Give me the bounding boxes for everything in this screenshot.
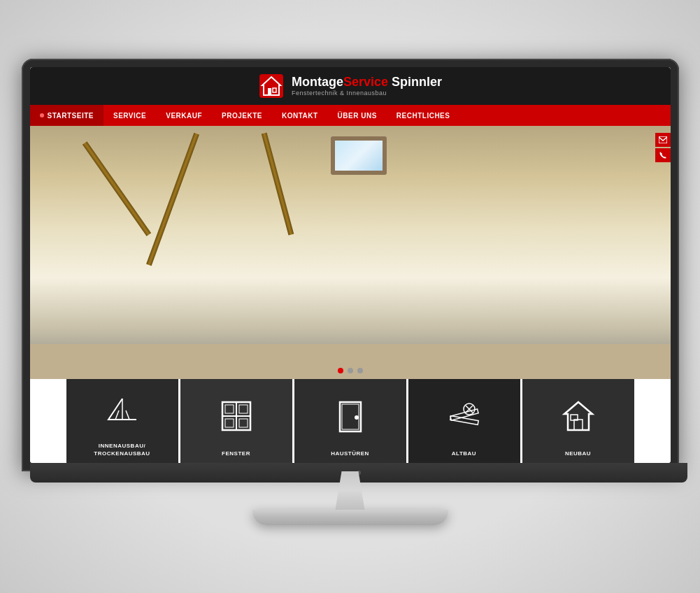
window-grid-icon xyxy=(219,399,254,434)
nav-projekte[interactable]: PROJEKTE xyxy=(212,105,272,126)
door-icon xyxy=(333,399,368,434)
category-neubau[interactable]: NEUBAU xyxy=(522,379,634,463)
construction-icon xyxy=(447,399,482,434)
logo: MontageService Spinnler Fenstertechnik &… xyxy=(258,73,442,99)
room-floor xyxy=(30,344,671,379)
svg-rect-11 xyxy=(225,405,234,413)
logo-subtitle: Fenstertechnik & Innenausbau xyxy=(292,90,442,97)
house-icon xyxy=(561,399,596,434)
haustueren-icon-area xyxy=(297,385,403,448)
innenausbau-icon-area xyxy=(69,385,176,440)
nav-dot xyxy=(40,113,44,117)
logo-icon xyxy=(258,73,285,99)
nav-service[interactable]: SERVICE xyxy=(103,105,156,126)
hero-section xyxy=(30,126,671,379)
svg-rect-14 xyxy=(239,419,248,427)
innenausbau-label: INNENAUSBAU/TROCKENAUSBAU xyxy=(94,443,150,457)
svg-line-7 xyxy=(126,410,129,420)
slide-dot-2[interactable] xyxy=(348,368,353,373)
neubau-label: NEUBAU xyxy=(565,450,591,457)
logo-montage: Montage xyxy=(292,75,343,89)
slide-dots xyxy=(338,368,363,373)
svg-rect-4 xyxy=(659,136,667,143)
fenster-label: FENSTER xyxy=(222,450,250,457)
nav-startseite[interactable]: STARTSEITE xyxy=(30,105,103,126)
slide-dot-1[interactable] xyxy=(338,368,343,373)
altbau-icon-area xyxy=(411,385,517,448)
category-altbau[interactable]: ALTBAU xyxy=(408,379,520,463)
phone-icon-button[interactable] xyxy=(655,148,671,162)
monitor-screen: MontageService Spinnler Fenstertechnik &… xyxy=(30,67,671,463)
fenster-icon-area xyxy=(183,385,290,448)
site-navigation: STARTSEITE SERVICE VERKAUF PROJEKTE KONT xyxy=(30,105,671,126)
svg-rect-12 xyxy=(239,405,248,413)
svg-line-6 xyxy=(115,410,119,420)
nav-rechtliches[interactable]: RECHTLICHES xyxy=(387,105,460,126)
skylight-window xyxy=(331,136,387,175)
nav-ueber-uns[interactable]: ÜBER UNS xyxy=(328,105,387,126)
roof-structure-icon xyxy=(105,395,140,430)
category-haustueren[interactable]: HAUSTÜREN xyxy=(294,379,406,463)
svg-marker-23 xyxy=(564,402,592,430)
monitor-base xyxy=(252,510,448,525)
altbau-label: ALTBAU xyxy=(452,450,476,457)
email-icon-button[interactable] xyxy=(655,133,671,147)
nav-verkauf[interactable]: VERKAUF xyxy=(156,105,212,126)
monitor-bezel: MontageService Spinnler Fenstertechnik &… xyxy=(22,59,679,471)
scene: MontageService Spinnler Fenstertechnik &… xyxy=(0,0,700,593)
nav-kontakt[interactable]: KONTAKT xyxy=(272,105,328,126)
categories-section: INNENAUSBAU/TROCKENAUSBAU xyxy=(30,379,671,463)
svg-rect-24 xyxy=(574,420,583,430)
svg-rect-13 xyxy=(225,419,234,427)
neubau-icon-area xyxy=(525,385,631,448)
svg-point-17 xyxy=(355,416,358,419)
svg-rect-2 xyxy=(268,88,271,95)
contact-icons xyxy=(655,133,671,162)
logo-spinnler: Spinnler xyxy=(388,75,442,89)
category-innenausbau[interactable]: INNENAUSBAU/TROCKENAUSBAU xyxy=(66,379,178,463)
website: MontageService Spinnler Fenstertechnik &… xyxy=(30,67,671,463)
monitor: MontageService Spinnler Fenstertechnik &… xyxy=(22,59,679,534)
slide-dot-3[interactable] xyxy=(357,368,363,373)
logo-text: MontageService Spinnler Fenstertechnik &… xyxy=(292,76,442,97)
logo-main-text: MontageService Spinnler xyxy=(292,76,442,90)
haustueren-label: HAUSTÜREN xyxy=(331,450,369,457)
category-fenster[interactable]: FENSTER xyxy=(180,379,292,463)
hero-image xyxy=(30,126,671,379)
logo-service: Service xyxy=(343,75,388,89)
site-header: MontageService Spinnler Fenstertechnik &… xyxy=(30,67,671,105)
